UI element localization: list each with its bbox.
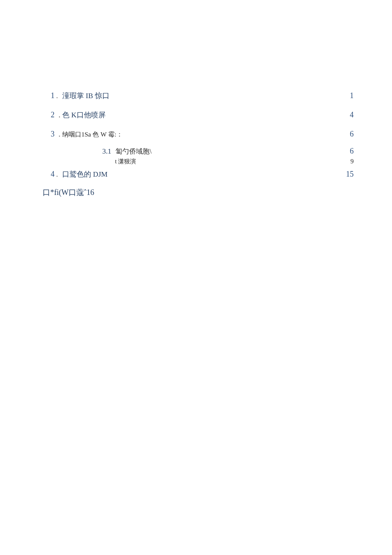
toc-page-number: 15 — [341, 168, 354, 180]
toc-sub-number: 3.1 — [102, 147, 115, 156]
document-page: 1 . 潼瑕掌 IB 惊口 1 2 ． 色 K口他喷屏 4 3 ． 纳咽口1Sa… — [0, 0, 392, 198]
toc-number: 2 — [43, 109, 55, 121]
toc-entry-2: 2 ． 色 K口他喷屏 4 — [43, 109, 354, 121]
toc-separator: . — [55, 91, 62, 101]
toc-footer-text: 口*fi(W口蔻ˆ16 — [43, 187, 354, 198]
toc-entry-1: 1 . 潼瑕掌 IB 惊口 1 — [43, 90, 354, 102]
toc-page-number: 1 — [341, 90, 354, 102]
toc-sub-page: 9 — [341, 158, 354, 165]
toc-number: 4 — [43, 168, 55, 180]
toc-entry-4: 4 . 口鹫色的 DJM 15 — [43, 168, 354, 180]
toc-sub-label: 匐勺侨域胞\ — [115, 147, 341, 156]
toc-page-number: 4 — [341, 109, 354, 121]
toc-number: 3 — [43, 128, 55, 140]
toc-sub-page: 6 — [341, 147, 354, 156]
toc-subentry-3-1: 3.1 匐勺侨域胞\ 6 — [43, 147, 354, 156]
toc-separator: . — [55, 169, 62, 180]
toc-separator: ． — [55, 110, 62, 120]
toc-subentry-3-2: t 潇狠演 9 — [43, 158, 354, 166]
toc-page-number: 6 — [341, 128, 354, 140]
toc-label: 纳咽口1Sa 色 W 霉:： — [62, 128, 341, 140]
toc-number: 1 — [43, 90, 55, 102]
toc-sub-label: t 潇狠演 — [115, 158, 341, 166]
toc-label: 色 K口他喷屏 — [62, 109, 341, 121]
toc-label: 潼瑕掌 IB 惊口 — [62, 90, 341, 102]
toc-separator: ． — [55, 129, 62, 139]
toc-label: 口鹫色的 DJM — [62, 168, 341, 180]
toc-entry-3: 3 ． 纳咽口1Sa 色 W 霉:： 6 — [43, 128, 354, 140]
